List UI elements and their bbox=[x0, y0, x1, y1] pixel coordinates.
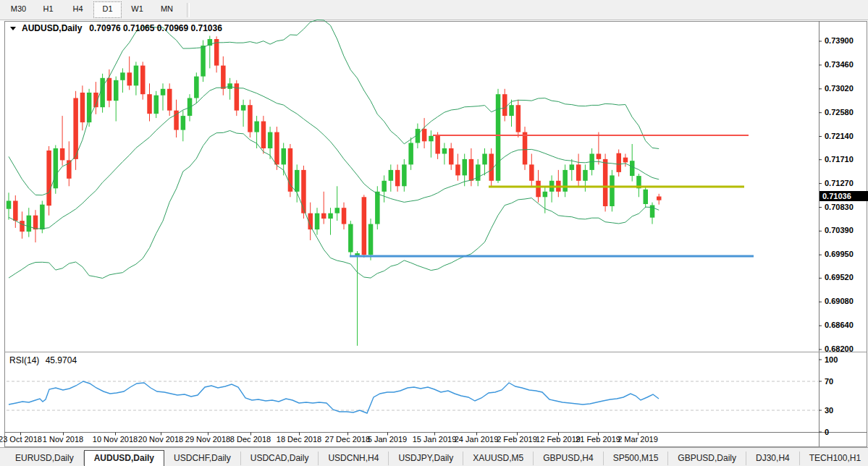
chart-tab-tech100-h1[interactable]: TECH100,H1 bbox=[800, 452, 868, 465]
chart-tabs: EURUSD,DailyAUDUSD,DailyUSDCHF,DailyUSDC… bbox=[6, 450, 868, 466]
timeframe-button-h4[interactable]: H4 bbox=[64, 1, 92, 18]
timeframe-toolbar: M30H1H4D1W1MN bbox=[0, 0, 868, 20]
date-axis-label: 23 Oct 2018 bbox=[0, 435, 42, 444]
symbol-dropdown-icon[interactable] bbox=[10, 27, 16, 30]
rsi-axis-label: 70 bbox=[825, 377, 833, 386]
price-axis-label: 0.69520 bbox=[825, 273, 854, 282]
timeframe-button-h1[interactable]: H1 bbox=[34, 1, 62, 18]
price-axis-label: 0.69950 bbox=[825, 250, 854, 259]
chart-tab-eurusd-daily[interactable]: EURUSD,Daily bbox=[6, 452, 84, 465]
chart-tab-gbpusd-daily[interactable]: GBPUSD,Daily bbox=[668, 452, 746, 465]
chart-tab-gbpusd-h4[interactable]: GBPUSD,H4 bbox=[534, 452, 603, 465]
timeframe-button-w1[interactable]: W1 bbox=[123, 1, 151, 18]
rsi-axis-label: 30 bbox=[825, 406, 833, 415]
price-axis-label: 0.71270 bbox=[825, 179, 854, 188]
price-axis-label: 0.70390 bbox=[825, 226, 854, 235]
price-axis-label: 0.73460 bbox=[825, 60, 854, 69]
price-axis-label: 0.70830 bbox=[825, 203, 854, 212]
timeframe-button-d1[interactable]: D1 bbox=[93, 1, 122, 18]
chart-tab-usdjpy-daily[interactable]: USDJPY,Daily bbox=[389, 452, 463, 465]
price-axis-label: 0.68200 bbox=[825, 344, 854, 354]
date-axis-label: 24 Jan 2019 bbox=[455, 435, 499, 444]
date-axis-label: 21 Feb 2019 bbox=[576, 435, 620, 444]
date-axis-label: 2 Feb 2019 bbox=[497, 435, 537, 444]
date-axis-label: 5 Jan 2019 bbox=[368, 435, 407, 444]
date-axis-label: 2 Mar 2019 bbox=[618, 435, 658, 444]
date-axis-label: 10 Nov 2018 bbox=[93, 435, 138, 444]
date-axis-label: 1 Nov 2018 bbox=[43, 435, 83, 444]
chart-tab-usdchf-daily[interactable]: USDCHF,Daily bbox=[164, 452, 241, 465]
chart-tab-usdcnh-h4[interactable]: USDCNH,H4 bbox=[319, 452, 389, 465]
chart-tab-xauusd-m5[interactable]: XAUUSD,M5 bbox=[463, 452, 534, 465]
price-axis-label: 0.73900 bbox=[825, 36, 854, 46]
price-axis-label: 0.73020 bbox=[825, 84, 854, 93]
chart-tab-audusd-daily[interactable]: AUDUSD,Daily bbox=[84, 450, 164, 466]
date-axis-label: 15 Jan 2019 bbox=[413, 435, 457, 444]
rsi-label-value: 45.9704 bbox=[46, 355, 77, 365]
rsi-label-name: RSI(14) bbox=[9, 355, 39, 365]
timeframe-button-m30[interactable]: M30 bbox=[4, 1, 33, 18]
chart-tab-usdcad-daily[interactable]: USDCAD,Daily bbox=[241, 452, 319, 465]
rsi-indicator-label: RSI(14) 45.9704 bbox=[9, 355, 77, 365]
rsi-axis-label: 0 bbox=[825, 428, 829, 437]
date-axis-label: 27 Dec 2018 bbox=[325, 435, 370, 444]
toolbar-separator bbox=[187, 3, 190, 17]
chart-tab-bar: EURUSD,DailyAUDUSD,DailyUSDCHF,DailyUSDC… bbox=[0, 447, 868, 466]
date-axis-label: 12 Feb 2019 bbox=[536, 435, 581, 444]
price-axis-label: 0.69080 bbox=[825, 297, 854, 306]
chart-tab-sp500-m15[interactable]: SP500,M15 bbox=[604, 452, 669, 465]
price-axis-label: 0.68640 bbox=[825, 321, 854, 330]
chart-title-ohlc: 0.70976 0.71065 0.70969 0.71036 bbox=[89, 23, 222, 33]
price-axis-label: 0.72140 bbox=[825, 132, 854, 141]
chart-window[interactable] bbox=[4, 21, 867, 447]
rsi-axis-label: 100 bbox=[825, 355, 838, 365]
timeframe-button-mn[interactable]: MN bbox=[153, 1, 181, 18]
date-axis-label: 20 Nov 2018 bbox=[138, 435, 183, 444]
date-axis-label: 18 Dec 2018 bbox=[277, 435, 321, 444]
chart-tab-dj30-h4[interactable]: DJ30,H4 bbox=[746, 452, 800, 465]
price-axis-label: 0.71710 bbox=[825, 155, 854, 164]
current-price-badge: 0.71036 bbox=[819, 191, 868, 201]
price-axis-label: 0.72580 bbox=[825, 108, 854, 117]
chart-title-symbol: AUDUSD,Daily bbox=[22, 23, 82, 33]
timeframe-button-group: M30H1H4D1W1MN bbox=[4, 1, 182, 18]
chart-title: AUDUSD,Daily 0.70976 0.71065 0.70969 0.7… bbox=[10, 23, 222, 33]
date-axis-label: 29 Nov 2018 bbox=[185, 435, 230, 444]
date-axis-label: 8 Dec 2018 bbox=[230, 435, 271, 444]
